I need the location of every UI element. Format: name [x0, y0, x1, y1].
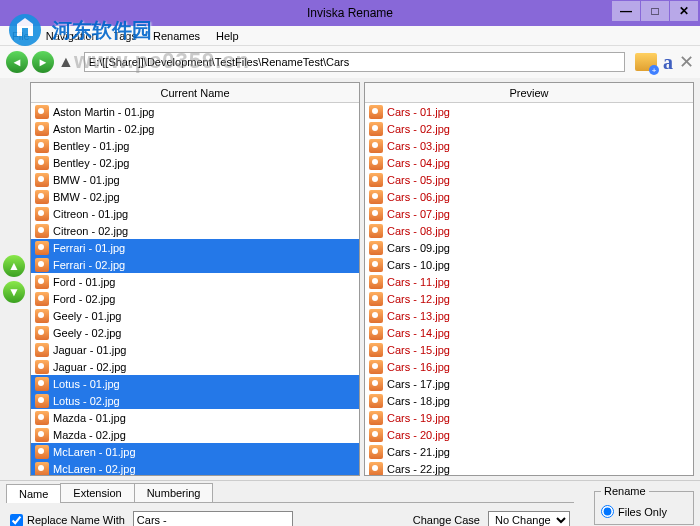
file-icon: [35, 241, 49, 255]
file-icon: [35, 326, 49, 340]
preview-row[interactable]: Cars - 11.jpg: [365, 273, 693, 290]
file-row[interactable]: Ford - 02.jpg: [31, 290, 359, 307]
menu-bar: File Navigation Tags Renames Help: [0, 26, 700, 46]
preview-row[interactable]: Cars - 06.jpg: [365, 188, 693, 205]
file-row[interactable]: Mazda - 02.jpg: [31, 426, 359, 443]
preview-row[interactable]: Cars - 15.jpg: [365, 341, 693, 358]
preview-row[interactable]: Cars - 18.jpg: [365, 392, 693, 409]
file-row[interactable]: Lotus - 01.jpg: [31, 375, 359, 392]
minimize-button[interactable]: —: [612, 1, 640, 21]
file-row[interactable]: Ferrari - 01.jpg: [31, 239, 359, 256]
preview-row[interactable]: Cars - 04.jpg: [365, 154, 693, 171]
preview-row[interactable]: Cars - 01.jpg: [365, 103, 693, 120]
file-row[interactable]: McLaren - 01.jpg: [31, 443, 359, 460]
preview-row[interactable]: Cars - 13.jpg: [365, 307, 693, 324]
preview-name: Cars - 13.jpg: [387, 310, 450, 322]
nav-up-button[interactable]: ▲: [58, 53, 74, 71]
preview-row[interactable]: Cars - 05.jpg: [365, 171, 693, 188]
nav-back-button[interactable]: ◄: [6, 51, 28, 73]
preview-row[interactable]: Cars - 17.jpg: [365, 375, 693, 392]
file-row[interactable]: BMW - 02.jpg: [31, 188, 359, 205]
file-row[interactable]: Lotus - 02.jpg: [31, 392, 359, 409]
font-button[interactable]: a: [663, 51, 673, 74]
file-icon: [369, 292, 383, 306]
preview-row[interactable]: Cars - 07.jpg: [365, 205, 693, 222]
current-file-list[interactable]: Aston Martin - 01.jpgAston Martin - 02.j…: [31, 103, 359, 475]
file-icon: [35, 377, 49, 391]
preview-row[interactable]: Cars - 03.jpg: [365, 137, 693, 154]
tab-extension[interactable]: Extension: [60, 483, 134, 502]
preview-row[interactable]: Cars - 21.jpg: [365, 443, 693, 460]
menu-renames[interactable]: Renames: [145, 28, 208, 44]
tab-name[interactable]: Name: [6, 484, 61, 503]
file-name: Geely - 01.jpg: [53, 310, 121, 322]
preview-row[interactable]: Cars - 09.jpg: [365, 239, 693, 256]
file-row[interactable]: Geely - 01.jpg: [31, 307, 359, 324]
menu-tags[interactable]: Tags: [106, 28, 145, 44]
window-controls: — □ ✕: [611, 1, 698, 21]
file-icon: [35, 258, 49, 272]
file-icon: [369, 377, 383, 391]
file-row[interactable]: Ferrari - 02.jpg: [31, 256, 359, 273]
maximize-button[interactable]: □: [641, 1, 669, 21]
preview-name: Cars - 20.jpg: [387, 429, 450, 441]
move-down-button[interactable]: ▼: [3, 281, 25, 303]
replace-name-checkbox[interactable]: [10, 514, 23, 527]
file-row[interactable]: Aston Martin - 01.jpg: [31, 103, 359, 120]
preview-name: Cars - 03.jpg: [387, 140, 450, 152]
file-icon: [369, 207, 383, 221]
file-row[interactable]: Citreon - 02.jpg: [31, 222, 359, 239]
file-row[interactable]: Geely - 02.jpg: [31, 324, 359, 341]
preview-row[interactable]: Cars - 16.jpg: [365, 358, 693, 375]
file-icon: [369, 156, 383, 170]
file-row[interactable]: Citreon - 01.jpg: [31, 205, 359, 222]
preview-row[interactable]: Cars - 20.jpg: [365, 426, 693, 443]
file-icon: [35, 122, 49, 136]
file-row[interactable]: McLaren - 02.jpg: [31, 460, 359, 475]
bottom-panel: Name Extension Numbering Replace Name Wi…: [0, 480, 700, 526]
preview-name: Cars - 02.jpg: [387, 123, 450, 135]
file-row[interactable]: Ford - 01.jpg: [31, 273, 359, 290]
settings-icon[interactable]: ✕: [679, 51, 694, 73]
file-name: Mazda - 02.jpg: [53, 429, 126, 441]
file-name: Lotus - 02.jpg: [53, 395, 120, 407]
file-row[interactable]: Mazda - 01.jpg: [31, 409, 359, 426]
file-icon: [35, 462, 49, 476]
file-row[interactable]: Aston Martin - 02.jpg: [31, 120, 359, 137]
move-up-button[interactable]: ▲: [3, 255, 25, 277]
preview-row[interactable]: Cars - 10.jpg: [365, 256, 693, 273]
preview-row[interactable]: Cars - 12.jpg: [365, 290, 693, 307]
preview-name: Cars - 04.jpg: [387, 157, 450, 169]
close-button[interactable]: ✕: [670, 1, 698, 21]
preview-row[interactable]: Cars - 08.jpg: [365, 222, 693, 239]
file-icon: [35, 173, 49, 187]
preview-file-list[interactable]: Cars - 01.jpgCars - 02.jpgCars - 03.jpgC…: [365, 103, 693, 475]
change-case-select[interactable]: No Change: [488, 511, 570, 526]
tab-numbering[interactable]: Numbering: [134, 483, 214, 502]
file-icon: [35, 445, 49, 459]
path-input[interactable]: E:\[[Share]]\Development\TestFiles\Renam…: [84, 52, 625, 72]
file-row[interactable]: Jaguar - 02.jpg: [31, 358, 359, 375]
preview-row[interactable]: Cars - 19.jpg: [365, 409, 693, 426]
file-row[interactable]: BMW - 01.jpg: [31, 171, 359, 188]
file-name: Aston Martin - 02.jpg: [53, 123, 155, 135]
file-row[interactable]: Bentley - 02.jpg: [31, 154, 359, 171]
files-only-radio[interactable]: [601, 505, 614, 518]
toolbar: ◄ ► ▲ E:\[[Share]]\Development\TestFiles…: [0, 46, 700, 78]
menu-navigation[interactable]: Navigation: [38, 28, 106, 44]
preview-row[interactable]: Cars - 14.jpg: [365, 324, 693, 341]
menu-file[interactable]: File: [4, 28, 38, 44]
preview-name: Cars - 09.jpg: [387, 242, 450, 254]
preview-row[interactable]: Cars - 02.jpg: [365, 120, 693, 137]
new-folder-icon[interactable]: [635, 53, 657, 71]
file-icon: [369, 360, 383, 374]
file-row[interactable]: Bentley - 01.jpg: [31, 137, 359, 154]
file-icon: [369, 428, 383, 442]
file-row[interactable]: Jaguar - 01.jpg: [31, 341, 359, 358]
tab-content-name: Replace Name With Change Case No Change: [6, 503, 574, 526]
file-icon: [369, 309, 383, 323]
replace-name-input[interactable]: [133, 511, 293, 526]
nav-forward-button[interactable]: ►: [32, 51, 54, 73]
preview-row[interactable]: Cars - 22.jpg: [365, 460, 693, 475]
menu-help[interactable]: Help: [208, 28, 247, 44]
